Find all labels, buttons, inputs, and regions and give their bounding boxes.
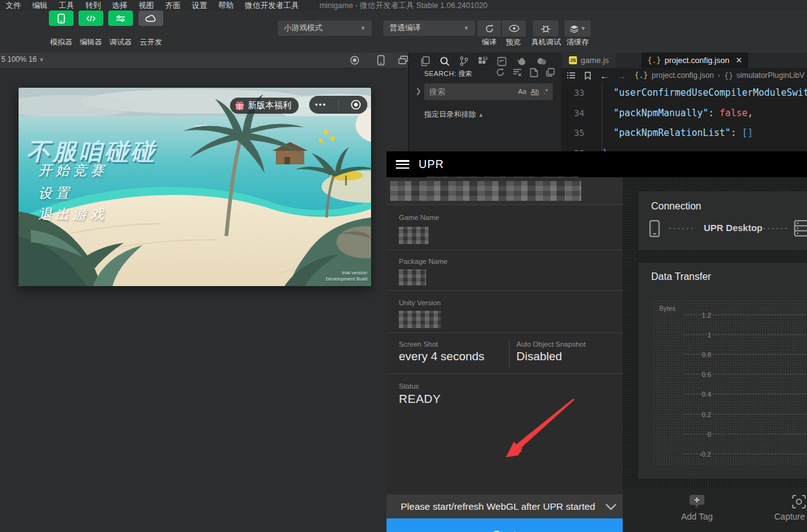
remote-debug-button[interactable] bbox=[533, 20, 558, 36]
extensions-icon[interactable] bbox=[478, 57, 487, 66]
compile-button[interactable] bbox=[477, 20, 501, 36]
chevron-down-icon: ▼ bbox=[39, 57, 45, 63]
code-line: 33"userConfirmedUseCompilerModuleSwit bbox=[561, 83, 807, 103]
detach-window-icon[interactable] bbox=[398, 56, 408, 64]
menu-devtools[interactable]: 微信开发者工具 bbox=[245, 1, 299, 11]
debugger-button[interactable] bbox=[108, 11, 133, 26]
breadcrumb-node[interactable]: simulatorPluginLibV bbox=[737, 71, 805, 80]
expand-chevron-icon[interactable]: ❯ bbox=[416, 87, 421, 95]
menu-file[interactable]: 文件 bbox=[6, 1, 21, 11]
capsule-buttons: ••• bbox=[309, 96, 367, 114]
menu-tools[interactable]: 工具 bbox=[59, 1, 74, 11]
close-tab-icon[interactable]: ✕ bbox=[735, 56, 742, 65]
nav-back-icon[interactable]: ← bbox=[600, 70, 609, 81]
game-menu-exit[interactable]: 退出游戏 bbox=[38, 205, 108, 224]
npm-scripts-icon[interactable] bbox=[497, 57, 506, 66]
teapot-icon[interactable] bbox=[516, 57, 527, 65]
menu-edit[interactable]: 编辑 bbox=[32, 1, 48, 11]
connection-card: Connection ······ UPR Desktop ······ bbox=[638, 192, 807, 250]
dev-build-watermark: trial version Development Build bbox=[326, 270, 367, 282]
search-header-actions bbox=[496, 68, 555, 77]
chevron-down-icon: ▼ bbox=[581, 25, 586, 32]
redacted-game-name bbox=[399, 227, 429, 244]
connection-peer: UPR Desktop bbox=[704, 222, 762, 233]
collapse-all-icon[interactable] bbox=[546, 68, 555, 77]
gift-icon bbox=[235, 101, 244, 111]
dir-filter-toggle[interactable]: 指定目录和排除 ▲ bbox=[424, 109, 484, 120]
data-transfer-chart: Bytes 1.2 1 0.8 0.6 0.4 0.2 0 -0.2 bbox=[653, 300, 807, 465]
menu-goto[interactable]: 转到 bbox=[85, 1, 101, 11]
open-in-editor-icon[interactable] bbox=[530, 68, 538, 77]
upr-panel: UPR Game Name Package Name Unity Version… bbox=[386, 151, 807, 532]
package-name-label: Package Name bbox=[399, 258, 448, 265]
bug-icon bbox=[540, 24, 551, 33]
preview-button[interactable] bbox=[502, 20, 526, 36]
device-frame-icon[interactable] bbox=[377, 55, 385, 65]
clear-cache-button[interactable]: ▼ bbox=[565, 20, 591, 36]
game-menu-settings[interactable]: 设置 bbox=[38, 184, 73, 203]
search-icon[interactable] bbox=[440, 56, 450, 66]
breadcrumb-separator: › bbox=[717, 71, 720, 80]
bookmark-icon[interactable] bbox=[584, 72, 591, 80]
unity-version-label: Unity Version bbox=[399, 299, 441, 306]
refresh-icon[interactable] bbox=[496, 68, 505, 77]
code-line: 35"packNpmRelationList": [] bbox=[561, 123, 807, 143]
game-screen[interactable]: 不服咱碰碰 开始竞赛 设置 退出游戏 新版本福利 ••• trial versi… bbox=[19, 88, 371, 286]
menu-hamburger-icon[interactable] bbox=[396, 160, 409, 169]
compile-mode-select[interactable]: 普通编译▼ bbox=[383, 20, 475, 36]
clear-cache-label: 清缓存 bbox=[559, 37, 596, 48]
column-divider bbox=[509, 340, 510, 368]
tab-project-config-json[interactable]: {.} project.config.json ✕ bbox=[641, 53, 748, 68]
cloud-dev-button[interactable] bbox=[139, 11, 163, 26]
clear-results-icon[interactable] bbox=[513, 68, 522, 77]
package-name-section: Package Name bbox=[386, 250, 623, 290]
device-zoom-selector[interactable]: 5 100% 16 ▼ bbox=[1, 55, 45, 64]
json-file-icon: {.} bbox=[647, 56, 661, 65]
new-version-benefit-button[interactable]: 新版本福利 bbox=[230, 98, 299, 114]
breadcrumb-file[interactable]: project.config.json bbox=[652, 71, 714, 80]
tab-strip: JS game.js {.} project.config.json ✕ bbox=[561, 53, 807, 68]
record-icon[interactable] bbox=[350, 56, 359, 65]
nav-forward-icon[interactable]: → bbox=[617, 70, 626, 81]
code-line: 34"packNpmManually": false, bbox=[561, 103, 807, 124]
cloud-dev-label: 云开发 bbox=[132, 37, 169, 48]
menu-settings[interactable]: 设置 bbox=[192, 1, 207, 11]
regex-toggle[interactable]: .* bbox=[544, 83, 548, 100]
start-button[interactable]: Start bbox=[386, 518, 623, 532]
editor-button[interactable] bbox=[79, 11, 103, 26]
more-icon[interactable]: ••• bbox=[315, 101, 327, 109]
menu-help[interactable]: 帮助 bbox=[218, 1, 234, 11]
phone-icon bbox=[58, 14, 65, 23]
git-branch-icon[interactable] bbox=[459, 56, 468, 66]
whole-word-toggle[interactable]: Ab bbox=[531, 83, 539, 100]
menu-ui[interactable]: 齐面 bbox=[165, 1, 181, 11]
tab-game-js[interactable]: JS game.js bbox=[563, 53, 615, 68]
simulator-button[interactable] bbox=[49, 11, 74, 26]
menu-select[interactable]: 选择 bbox=[112, 1, 127, 11]
simulator-toolbar: 5 100% 16 ▼ bbox=[0, 53, 408, 69]
outline-icon[interactable] bbox=[567, 72, 576, 79]
notice-dropdown[interactable]: Please start/refresh WebGL after UPR sta… bbox=[386, 494, 623, 518]
chevron-down-icon: ▼ bbox=[360, 20, 366, 36]
add-tag-button[interactable]: Add Tag bbox=[677, 494, 717, 521]
chevron-down-icon bbox=[605, 503, 617, 510]
capture-button[interactable]: Capture bbox=[774, 494, 807, 521]
search-input[interactable]: 搜索 Aa Ab .* bbox=[424, 83, 553, 100]
files-icon[interactable] bbox=[421, 56, 430, 66]
redacted-unity-version bbox=[399, 311, 441, 328]
screen-shot-value: every 4 seconds bbox=[399, 350, 484, 363]
screen-shot-label: Screen Shot bbox=[399, 340, 438, 348]
code-icon bbox=[86, 15, 96, 22]
data-transfer-title: Data Transfer bbox=[651, 271, 711, 282]
upr-footer: Add Tag Capture bbox=[623, 488, 807, 532]
menu-view[interactable]: 视图 bbox=[139, 1, 154, 11]
mode-select[interactable]: 小游戏模式▼ bbox=[278, 20, 372, 36]
game-menu-start-race[interactable]: 开始竞赛 bbox=[38, 161, 108, 180]
capture-settings-section: Screen Shot every 4 seconds Auto Object … bbox=[386, 332, 623, 373]
exit-target-icon[interactable] bbox=[351, 99, 361, 110]
match-case-toggle[interactable]: Aa bbox=[518, 83, 526, 100]
connection-dots: ······ bbox=[669, 224, 695, 233]
main-toolbar: 模拟器 编辑器 调试器 云开发 小游戏模式▼ 普通编译▼ ▼ 编译 预览 真机调… bbox=[0, 11, 807, 53]
cloud-sync-icon[interactable] bbox=[537, 57, 547, 65]
menu-bar: 文件编辑工具转到选择视图齐面设置帮助微信开发者工具 minigame - 微信开… bbox=[0, 0, 807, 11]
